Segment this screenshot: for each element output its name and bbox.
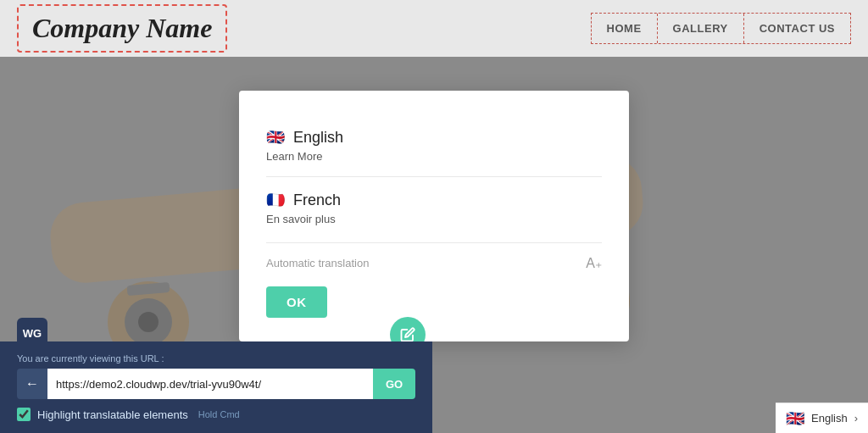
- highlight-shortcut: Hold Cmd: [198, 409, 240, 419]
- highlight-label: Highlight translatable elements: [37, 408, 188, 421]
- logo-container: Company Name: [17, 4, 227, 53]
- language-english-name: 🇬🇧 English: [266, 128, 602, 147]
- highlight-checkbox[interactable]: [17, 408, 31, 421]
- chevron-right-icon: ›: [854, 412, 858, 425]
- translate-icon: A₊: [586, 255, 602, 271]
- back-button[interactable]: ←: [17, 369, 47, 399]
- lang-selector-label: English: [811, 412, 848, 425]
- url-input[interactable]: [47, 369, 373, 399]
- language-english-item[interactable]: 🇬🇧 English Learn More: [266, 114, 602, 176]
- language-selector[interactable]: 🇬🇧 English ›: [776, 402, 868, 433]
- language-french-name: 🇫🇷 French: [266, 191, 602, 209]
- url-row: ← GO: [17, 369, 415, 399]
- go-button[interactable]: GO: [373, 369, 415, 399]
- header: Company Name HOME GALLERY CONTACT US: [0, 0, 868, 57]
- ok-button[interactable]: OK: [266, 286, 327, 318]
- language-modal: 🇬🇧 English Learn More 🇫🇷 French En savoi…: [239, 91, 629, 341]
- wg-logo: WG: [17, 318, 47, 348]
- highlight-row: Highlight translatable elements Hold Cmd: [17, 408, 415, 421]
- bottom-bar: WG You are currently viewing this URL : …: [0, 341, 432, 433]
- logo-text: Company Name: [32, 13, 212, 43]
- nav-home[interactable]: HOME: [592, 14, 658, 43]
- auto-translation-row: Automatic translation A₊: [266, 242, 602, 271]
- flag-uk-icon: 🇬🇧: [266, 128, 285, 147]
- lang-selector-flag-icon: 🇬🇧: [786, 409, 804, 428]
- url-label: You are currently viewing this URL :: [17, 353, 415, 364]
- nav-gallery[interactable]: GALLERY: [658, 14, 744, 43]
- language-french-item[interactable]: 🇫🇷 French En savoir plus: [266, 176, 602, 239]
- nav: HOME GALLERY CONTACT US: [591, 13, 851, 44]
- auto-translation-label: Automatic translation: [266, 257, 369, 269]
- nav-contact[interactable]: CONTACT US: [744, 14, 850, 43]
- language-english-sub: Learn More: [266, 150, 602, 163]
- language-french-sub: En savoir plus: [266, 213, 602, 225]
- flag-fr-icon: 🇫🇷: [266, 191, 285, 209]
